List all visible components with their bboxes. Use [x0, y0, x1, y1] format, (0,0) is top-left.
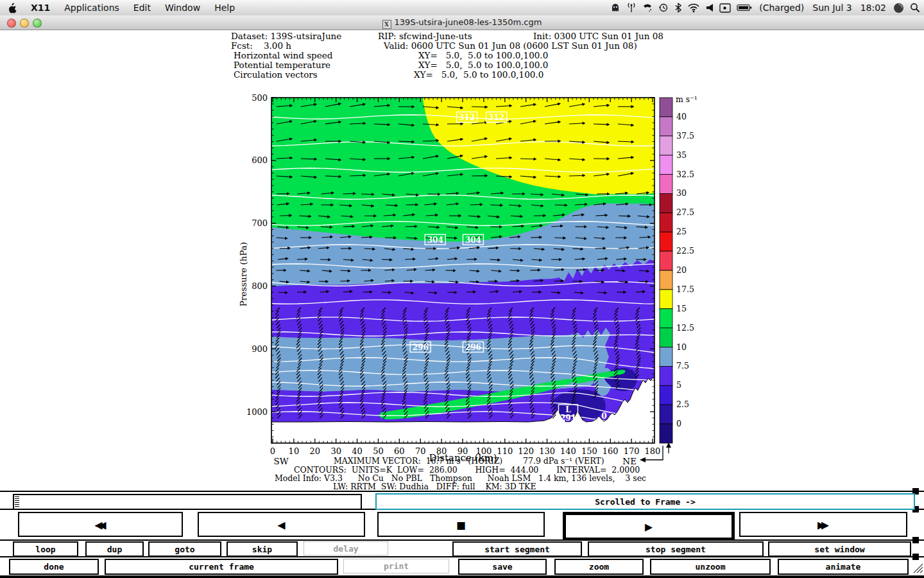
fast-forward-button[interactable]: ▶▶	[739, 512, 907, 537]
volume-icon[interactable]	[705, 3, 714, 13]
start-segment-button-label: start segment	[484, 545, 550, 554]
svg-text:296: 296	[465, 343, 481, 352]
step-back-button[interactable]: ◀	[198, 512, 365, 537]
menu-date[interactable]: Sun Jul 3	[811, 3, 853, 13]
resize-grip[interactable]	[911, 561, 924, 574]
svg-text:296: 296	[413, 343, 429, 352]
svg-text:0: 0	[601, 412, 606, 421]
stop-button[interactable]: ■	[377, 512, 545, 537]
svg-text:312: 312	[459, 113, 475, 122]
save-button-label: save	[492, 562, 512, 572]
field-3-name: Circulation vectors	[234, 69, 318, 80]
colorbar-title: m s⁻¹	[676, 94, 697, 104]
svg-text:304: 304	[427, 236, 443, 245]
sync-clock-icon[interactable]	[658, 3, 669, 13]
dup-button[interactable]: dup	[85, 541, 144, 557]
svg-text:32.5: 32.5	[676, 170, 694, 179]
stop-segment-button[interactable]: stop segment	[588, 541, 764, 557]
fast-forward-button-label: ▶▶	[817, 517, 829, 532]
svg-text:600: 600	[252, 155, 268, 165]
svg-text:25: 25	[676, 227, 687, 236]
shaded-wind-field: 312312304304296296L2910	[271, 98, 656, 443]
menu-item-window[interactable]: Window	[158, 0, 207, 15]
colorbar: m s⁻¹4037.53532.53027.52522.52017.51512.…	[660, 94, 697, 453]
start-segment-button[interactable]: start segment	[452, 541, 582, 557]
svg-text:22.5: 22.5	[676, 246, 694, 256]
set-window-button[interactable]: set window	[768, 541, 911, 557]
done-button[interactable]: done	[9, 559, 99, 575]
menu-clock[interactable]: 18:02	[859, 3, 887, 13]
svg-text:0: 0	[676, 419, 681, 428]
app-status-icon[interactable]	[610, 3, 620, 13]
animate-button[interactable]: animate	[778, 559, 909, 575]
rip-label: RIP: sfcwind-June-uts	[378, 31, 472, 41]
apple-menu[interactable]	[0, 0, 24, 15]
unzoom-button-label: unzoom	[696, 562, 726, 572]
rewind-button-label: ◀◀	[94, 517, 106, 532]
cross-section-plot: 312312304304296296L291001020304050607080…	[237, 93, 706, 466]
unzoom-button[interactable]: unzoom	[650, 559, 771, 575]
frame-status-box: Scrolled to Frame ->	[375, 493, 915, 510]
print-button-label: print	[384, 561, 409, 571]
done-button-label: done	[44, 562, 64, 572]
svg-text:304: 304	[465, 236, 481, 245]
animate-button-label: animate	[826, 562, 861, 572]
play-button[interactable]: ▶	[563, 512, 735, 541]
stop-segment-button-label: stop segment	[646, 545, 706, 554]
svg-text:7.5: 7.5	[676, 361, 689, 371]
svg-text:40: 40	[676, 112, 687, 121]
loop-button-label: loop	[35, 545, 55, 554]
dataset-label: Dataset: 139S-utsiraJune	[231, 31, 341, 41]
stop-button-label: ■	[457, 517, 465, 532]
field-1-xy: XY= 5.0, 5.0 to 100.0,100.0	[418, 50, 548, 60]
goto-button-label: goto	[175, 545, 194, 554]
max-vector-caption: MAXIMUM VECTOR: 16.7 m s⁻¹(HORIZ) 77.9 d…	[334, 456, 604, 466]
window-title-bar[interactable]: X139S-utsira-june08-les-1350m.cgm	[0, 15, 924, 30]
spotlight-icon[interactable]	[910, 3, 920, 13]
init-label: Init: 0300 UTC Sun 01 Jun 08	[533, 31, 663, 41]
step-back-button-label: ◀	[277, 517, 285, 532]
frame-number-input[interactable]	[13, 494, 362, 510]
bluetooth-icon[interactable]	[674, 3, 682, 13]
character-viewer-icon[interactable]	[719, 3, 731, 13]
skip-button[interactable]: skip	[227, 541, 298, 557]
current-frame-button[interactable]: current frame	[105, 559, 338, 575]
play-button-label: ▶	[645, 519, 653, 534]
svg-text:30: 30	[676, 188, 687, 198]
wifi-icon[interactable]	[688, 3, 699, 13]
field-2-xy: XY= 5.0, 5.0 to 100.0,100.0	[418, 60, 548, 70]
phone-icon[interactable]	[642, 3, 653, 13]
airport-antenna-icon[interactable]	[626, 3, 637, 13]
save-button[interactable]: save	[458, 559, 547, 575]
svg-text:800: 800	[252, 281, 268, 291]
goto-button[interactable]: goto	[148, 541, 221, 557]
menu-item-applications[interactable]: Applications	[57, 0, 126, 15]
time-machine-icon[interactable]	[893, 3, 904, 13]
menu-item-help[interactable]: Help	[207, 0, 242, 15]
battery-icon[interactable]	[737, 3, 752, 12]
separator	[0, 539, 924, 541]
separator-handle[interactable]	[912, 537, 919, 543]
battery-status[interactable]: (Charged)	[758, 3, 805, 13]
fcst-label: Fcst: 3.00 h	[231, 40, 291, 51]
svg-text:L: L	[565, 405, 571, 414]
svg-text:700: 700	[252, 218, 268, 228]
field-2-name: Potential temperature	[234, 60, 330, 70]
menu-item-x11[interactable]: X11	[24, 0, 57, 15]
delay-button[interactable]: delay	[304, 541, 388, 556]
zoom-button[interactable]: zoom	[554, 559, 644, 575]
separator	[0, 491, 924, 492]
dup-button-label: dup	[107, 545, 122, 554]
apple-icon	[7, 3, 17, 13]
field-1-name: Horizontal wind speed	[234, 50, 332, 60]
menu-item-edit[interactable]: Edit	[126, 0, 158, 15]
loop-button[interactable]: loop	[13, 541, 78, 557]
svg-text:35: 35	[676, 150, 687, 160]
skip-button-label: skip	[252, 545, 272, 554]
svg-text:20: 20	[676, 265, 687, 275]
svg-text:15: 15	[676, 304, 687, 313]
menu-bar: X11 Applications Edit Window Help	[0, 0, 924, 16]
print-button[interactable]: print	[343, 559, 449, 574]
rewind-button[interactable]: ◀◀	[18, 512, 183, 537]
separator-handle[interactable]	[912, 554, 919, 560]
